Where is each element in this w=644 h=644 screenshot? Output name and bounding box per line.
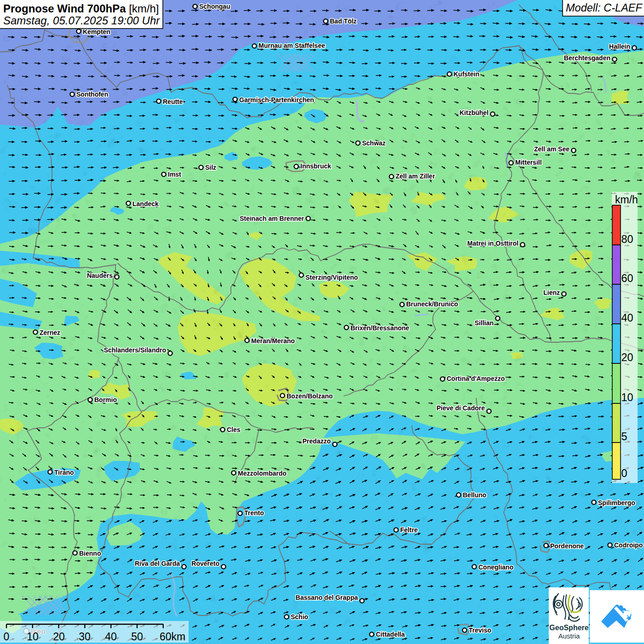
svg-text:Reutte: Reutte (163, 98, 183, 105)
svg-text:Hallein: Hallein (609, 43, 630, 50)
svg-text:Schwaz: Schwaz (362, 139, 385, 147)
svg-text:Lienz: Lienz (543, 289, 560, 296)
svg-text:Schongau: Schongau (199, 3, 230, 10)
svg-text:GeoSphere: GeoSphere (549, 624, 588, 632)
svg-text:0: 0 (621, 467, 627, 479)
svg-text:10: 10 (621, 391, 633, 403)
svg-text:Zernez: Zernez (40, 329, 60, 336)
svg-text:Rovereto: Rovereto (191, 560, 219, 567)
svg-text:Bad Tölz: Bad Tölz (330, 17, 356, 25)
svg-text:Innsbruck: Innsbruck (300, 162, 331, 170)
svg-text:80: 80 (621, 233, 633, 245)
svg-text:50: 50 (131, 631, 143, 643)
svg-text:Sonthofen: Sonthofen (76, 91, 108, 98)
svg-text:Meran/Merano: Meran/Merano (251, 337, 295, 345)
svg-text:Feltre: Feltre (400, 526, 418, 534)
svg-text:Kitzbühel: Kitzbühel (460, 109, 489, 116)
svg-text:Bienno: Bienno (79, 550, 101, 557)
svg-text:Pordenone: Pordenone (550, 542, 584, 550)
svg-text:30: 30 (79, 631, 91, 643)
svg-text:km/h: km/h (615, 194, 638, 206)
svg-text:Bormio: Bormio (94, 396, 117, 403)
svg-text:Kempten: Kempten (83, 28, 110, 35)
svg-text:Landeck: Landeck (132, 200, 159, 207)
svg-text:Spilimbergo: Spilimbergo (598, 499, 635, 506)
svg-text:Steinach am Brenner: Steinach am Brenner (240, 215, 305, 222)
svg-text:Cles: Cles (227, 426, 241, 433)
svg-text:60: 60 (621, 272, 633, 284)
svg-text:Predazzo: Predazzo (303, 437, 331, 445)
svg-text:0: 0 (4, 631, 10, 643)
svg-text:Sterzing/Vipiteno: Sterzing/Vipiteno (305, 274, 358, 281)
svg-text:Brixen/Bressanone: Brixen/Bressanone (351, 324, 409, 332)
svg-text:40: 40 (105, 631, 117, 643)
svg-text:Treviso: Treviso (469, 627, 491, 634)
svg-text:Mittersill: Mittersill (515, 159, 542, 166)
svg-text:Belluno: Belluno (463, 491, 486, 499)
svg-text:Schlanders/Silandro: Schlanders/Silandro (104, 346, 166, 354)
svg-text:5: 5 (621, 431, 627, 443)
svg-text:Garmisch-Partenkirchen: Garmisch-Partenkirchen (239, 96, 314, 104)
svg-text:Sillian: Sillian (475, 319, 494, 327)
svg-text:Zell am See: Zell am See (534, 145, 569, 153)
svg-text:Cortina d'Ampezzo: Cortina d'Ampezzo (447, 375, 505, 382)
svg-text:Bozen/Bolzano: Bozen/Bolzano (287, 392, 333, 400)
svg-text:Matrei in Osttirol: Matrei in Osttirol (467, 240, 518, 247)
svg-text:Tirano: Tirano (54, 469, 74, 476)
svg-text:Zell am Ziller: Zell am Ziller (396, 172, 435, 180)
svg-text:Nauders: Nauders (87, 272, 113, 279)
svg-text:Murnau am Staffelsee: Murnau am Staffelsee (259, 42, 325, 49)
svg-text:Bassano del Grappa: Bassano del Grappa (296, 594, 358, 601)
svg-text:Mezzolombardo: Mezzolombardo (238, 470, 287, 477)
svg-text:40: 40 (621, 312, 633, 324)
svg-text:Imst: Imst (168, 171, 181, 178)
svg-text:Prognose Wind 700hPa [km/h]: Prognose Wind 700hPa [km/h] (3, 2, 159, 15)
svg-text:Conegliano: Conegliano (478, 564, 513, 571)
svg-text:Bruneck/Brunico: Bruneck/Brunico (406, 300, 458, 308)
svg-text:Riva del Garda: Riva del Garda (135, 560, 180, 567)
svg-text:Austria: Austria (558, 632, 580, 640)
svg-text:Schio: Schio (291, 613, 308, 621)
svg-text:10: 10 (27, 631, 39, 643)
svg-text:Trento: Trento (244, 509, 264, 517)
svg-text:20: 20 (621, 351, 633, 363)
svg-text:Kufstein: Kufstein (454, 70, 479, 78)
svg-text:Samstag, 05.07.2025 19:00 Uhr: Samstag, 05.07.2025 19:00 Uhr (3, 14, 160, 27)
svg-text:60km: 60km (160, 631, 185, 643)
svg-text:Cittadella: Cittadella (376, 631, 405, 638)
svg-text:Silz: Silz (205, 164, 216, 171)
svg-text:Pieve di Cadore: Pieve di Cadore (437, 404, 485, 412)
svg-text:Berchtesgaden: Berchtesgaden (564, 54, 610, 62)
svg-text:20: 20 (53, 631, 65, 643)
svg-text:Modell: C-LAEF: Modell: C-LAEF (566, 2, 643, 14)
svg-text:Codroipo: Codroipo (614, 541, 643, 549)
